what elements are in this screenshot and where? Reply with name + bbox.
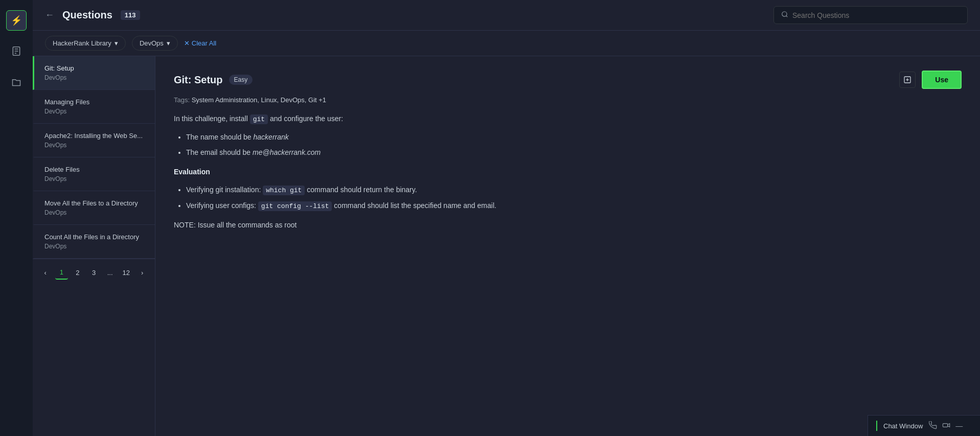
- sidebar-document-icon[interactable]: [6, 41, 27, 61]
- next-page-button[interactable]: ›: [135, 265, 149, 280]
- category-filter-button[interactable]: DevOps ▾: [132, 36, 178, 51]
- question-item-title: Move All the Files to a Directory: [44, 199, 145, 207]
- question-item-tag: DevOps: [44, 243, 145, 250]
- page-ellipsis: ...: [103, 265, 117, 280]
- sidebar: ⚡: [0, 0, 33, 436]
- clear-all-label: Clear All: [192, 39, 216, 47]
- question-item-managing-files[interactable]: Managing Files DevOps: [33, 90, 155, 124]
- question-item-tag: DevOps: [44, 108, 145, 115]
- search-icon: [781, 11, 788, 19]
- name-requirement: The name should be hackerrank: [186, 131, 962, 144]
- search-box: [773, 6, 968, 24]
- question-item-tag: DevOps: [44, 175, 145, 182]
- question-item-title: Managing Files: [44, 98, 145, 106]
- difficulty-badge: Easy: [229, 75, 253, 85]
- page-3-button[interactable]: 3: [87, 265, 101, 280]
- svg-line-5: [786, 16, 788, 17]
- svg-point-4: [782, 12, 787, 16]
- question-item-title: Apache2: Installing the Web Se...: [44, 132, 145, 140]
- filter-bar: HackerRank Library ▾ DevOps ▾ ✕ Clear Al…: [33, 31, 980, 56]
- email-requirement: The email should be me@hackerrank.com: [186, 147, 962, 159]
- video-icon[interactable]: [942, 421, 950, 431]
- tags-row: Tags: System Administration, Linux, DevO…: [174, 96, 962, 104]
- tags-value: System Administration, Linux, DevOps, Gi…: [192, 96, 326, 104]
- detail-title-row: Git: Setup Easy: [174, 74, 253, 86]
- page-title: Questions: [62, 9, 112, 21]
- category-chevron-icon: ▾: [167, 39, 170, 47]
- eval-git-install: Verifying git installation: which git co…: [186, 184, 962, 196]
- library-filter-button[interactable]: HackerRank Library ▾: [45, 36, 126, 51]
- page-2-button[interactable]: 2: [71, 265, 84, 280]
- question-item-tag: DevOps: [44, 209, 145, 216]
- svg-marker-10: [948, 423, 950, 427]
- chat-separator: [876, 421, 877, 431]
- chat-window-label: Chat Window: [883, 422, 923, 430]
- question-item-tag: DevOps: [44, 142, 145, 149]
- git-config-code: git config --list: [258, 201, 332, 211]
- pagination: ‹ 1 2 3 ... 12 ›: [33, 259, 155, 286]
- question-item-move-files[interactable]: Move All the Files to a Directory DevOps: [33, 191, 155, 225]
- which-git-code: which git: [263, 186, 305, 195]
- page-1-button[interactable]: 1: [55, 265, 69, 280]
- chat-bar: Chat Window —: [868, 415, 980, 436]
- sidebar-folder-icon[interactable]: [6, 72, 27, 92]
- page-12-button[interactable]: 12: [120, 265, 133, 280]
- main-content: ← Questions 113 HackerRank Library ▾ Dev…: [33, 0, 980, 436]
- search-input[interactable]: [792, 11, 960, 19]
- minimize-icon[interactable]: —: [955, 421, 963, 431]
- eval-git-config: Verifying user configs: git config --lis…: [186, 200, 962, 212]
- sidebar-lightning-icon[interactable]: ⚡: [6, 10, 27, 31]
- prev-page-button[interactable]: ‹: [39, 265, 52, 280]
- question-item-delete-files[interactable]: Delete Files DevOps: [33, 157, 155, 191]
- back-button[interactable]: ←: [45, 10, 54, 20]
- question-item-title: Count All the Files in a Directory: [44, 233, 145, 241]
- question-item-count-files[interactable]: Count All the Files in a Directory DevOp…: [33, 225, 155, 259]
- add-to-test-button[interactable]: [899, 72, 916, 88]
- library-chevron-icon: ▾: [115, 39, 118, 47]
- clear-x-icon: ✕: [184, 39, 190, 47]
- header: ← Questions 113: [33, 0, 980, 31]
- question-item-title: Delete Files: [44, 166, 145, 173]
- question-item-git-setup[interactable]: Git: Setup DevOps: [33, 56, 155, 90]
- svg-rect-9: [943, 423, 948, 427]
- detail-header: Git: Setup Easy Use: [174, 71, 962, 89]
- question-item-apache2[interactable]: Apache2: Installing the Web Se... DevOps: [33, 124, 155, 157]
- evaluation-title: Evaluation: [174, 166, 962, 178]
- question-list: Git: Setup DevOps Managing Files DevOps …: [33, 56, 155, 259]
- evaluation-list: Verifying git installation: which git co…: [186, 184, 962, 212]
- question-item-tag: DevOps: [44, 74, 145, 81]
- intro-paragraph: In this challenge, install git and confi…: [174, 113, 962, 125]
- tags-label: Tags:: [174, 96, 190, 104]
- git-code: git: [250, 114, 268, 124]
- library-filter-label: HackerRank Library: [53, 39, 111, 47]
- category-filter-label: DevOps: [140, 39, 164, 47]
- clear-all-button[interactable]: ✕ Clear All: [184, 39, 216, 47]
- content-area: Git: Setup DevOps Managing Files DevOps …: [33, 56, 980, 436]
- phone-icon[interactable]: [929, 421, 937, 431]
- question-detail: Git: Setup Easy Use Tags: Sys: [155, 56, 980, 436]
- use-button[interactable]: Use: [922, 71, 962, 89]
- question-item-title: Git: Setup: [44, 64, 145, 72]
- detail-body: In this challenge, install git and confi…: [174, 113, 962, 231]
- chat-icons: —: [929, 421, 963, 431]
- question-count-badge: 113: [121, 10, 140, 20]
- config-list: The name should be hackerrank The email …: [186, 131, 962, 159]
- note-text: NOTE: Issue all the commands as root: [174, 219, 962, 232]
- detail-title: Git: Setup: [174, 74, 223, 86]
- detail-actions: Use: [899, 71, 962, 89]
